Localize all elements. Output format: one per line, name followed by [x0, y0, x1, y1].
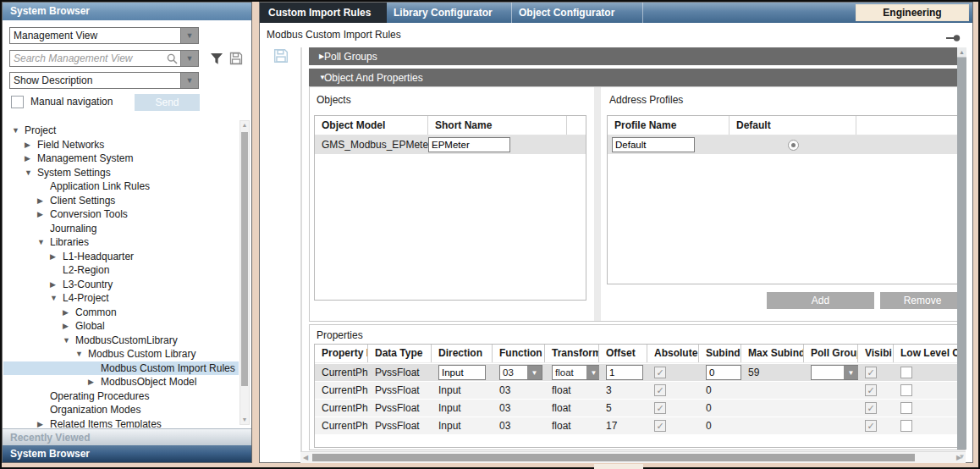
chevron-down-icon[interactable]: ▼ [586, 366, 599, 379]
horizontal-scrollbar[interactable]: ◀ ▶ [300, 451, 966, 463]
tree-scrollbar-thumb[interactable] [241, 132, 248, 386]
column-header-max-subind[interactable]: Max Subind [741, 345, 804, 362]
low-level-comparison-checkbox[interactable] [900, 420, 912, 432]
system-browser-bottom-bar[interactable]: System Browser [3, 445, 251, 462]
absolute-checkbox[interactable]: ✓ [654, 420, 666, 432]
column-header-default[interactable]: Default [729, 116, 856, 135]
tree-expanded-icon[interactable]: ▼ [75, 350, 86, 358]
scroll-down-icon[interactable]: ▼ [240, 416, 249, 424]
transformation-dropdown[interactable]: float▼ [552, 365, 599, 380]
offset-input[interactable] [606, 365, 643, 380]
tree-expanded-icon[interactable]: ▼ [12, 126, 23, 135]
absolute-checkbox[interactable]: ✓ [654, 384, 666, 396]
tree-collapsed-icon[interactable]: ▶ [37, 420, 48, 428]
visible-checkbox[interactable]: ✓ [865, 420, 877, 432]
filter-icon[interactable] [208, 50, 225, 67]
poll-groups-section-header[interactable]: ▶ Poll Groups [309, 47, 966, 65]
column-header-function-c[interactable]: Function C [493, 345, 545, 362]
tree-item-global[interactable]: ▶Global [3, 319, 239, 334]
column-header-transformat[interactable]: Transformat [545, 345, 599, 362]
direction-input[interactable] [438, 365, 486, 380]
tree-item-libraries[interactable]: ▼Libraries [3, 235, 239, 250]
horizontal-scrollbar-thumb[interactable] [312, 454, 915, 461]
tree-item-common[interactable]: ▶Common [3, 306, 239, 320]
tree-item-l1-headquarter[interactable]: ▶L1-Headquarter [3, 250, 239, 264]
chevron-down-icon[interactable]: ▼ [180, 73, 198, 88]
tree-item-journaling[interactable]: Journaling [3, 222, 239, 236]
tree-item-modbuscustomlibrary[interactable]: ▼ModbusCustomLibrary [3, 334, 239, 348]
chevron-down-icon[interactable]: ▼ [844, 366, 858, 379]
properties-table-row[interactable]: CurrentPha:PvssFloatInput03float5✓0✓ [315, 400, 965, 417]
tree-item-field-networks[interactable]: ▶Field Networks [3, 138, 239, 152]
tree-collapsed-icon[interactable]: ▶ [25, 154, 36, 163]
remove-button[interactable]: Remove [880, 292, 965, 309]
add-button[interactable]: Add [767, 292, 874, 309]
properties-table-row[interactable]: CurrentPha:PvssFloat03▼float▼✓59▼✓ [315, 364, 965, 381]
visible-checkbox[interactable]: ✓ [865, 384, 877, 396]
tree-item-operating-procedures[interactable]: Operating Procedures [3, 389, 239, 404]
manual-navigation-checkbox[interactable] [11, 96, 24, 108]
tree-item-modbusobject-model[interactable]: ▶ModbusObject Model [3, 375, 239, 389]
tree-item-l3-country[interactable]: ▶L3-Country [3, 278, 239, 292]
send-button[interactable]: Send [135, 94, 200, 111]
scroll-left-icon[interactable]: ◀ [300, 452, 311, 463]
object-and-properties-section-header[interactable]: ▼ Object And Properties [309, 69, 966, 86]
column-header-absolute[interactable]: Absolute [647, 345, 699, 362]
tree-collapsed-icon[interactable]: ▶ [50, 252, 61, 261]
objects-table-row[interactable]: GMS_Modbus_EPMeter [315, 135, 586, 154]
search-dropdown-chevron-icon[interactable]: ▼ [180, 51, 198, 66]
absolute-checkbox[interactable]: ✓ [654, 402, 666, 414]
column-header-direction[interactable]: Direction [432, 345, 493, 362]
tree-item-project[interactable]: ▼Project [3, 124, 239, 138]
poll-group-dropdown[interactable]: ▼ [811, 365, 858, 380]
column-header-low-level-cor[interactable]: Low Level Cor [894, 345, 966, 362]
scroll-up-icon[interactable]: ▲ [240, 121, 249, 130]
scroll-down-icon[interactable]: ▼ [957, 452, 966, 462]
tree-item-related-items-templates[interactable]: ▶Related Items Templates [3, 417, 239, 428]
engineering-mode-button[interactable]: Engineering [856, 4, 969, 21]
column-header-poll-group[interactable]: Poll Group [804, 345, 858, 362]
tree-item-modbus-custom-import-rules[interactable]: Modbus Custom Import Rules [3, 361, 239, 376]
collapsed-arrow-icon[interactable]: ▶ [309, 52, 324, 60]
expanded-arrow-icon[interactable]: ▼ [309, 74, 324, 81]
pin-icon[interactable] [946, 33, 961, 41]
tree-collapsed-icon[interactable]: ▶ [50, 280, 61, 289]
tree-item-organization-modes[interactable]: Organization Modes [3, 403, 239, 417]
tree-item-conversion-tools[interactable]: ▶Conversion Tools [3, 207, 239, 222]
tree-item-system-settings[interactable]: ▼System Settings [3, 166, 239, 180]
column-header-visibi[interactable]: Visibi [858, 345, 894, 362]
tree-collapsed-icon[interactable]: ▶ [63, 308, 74, 317]
low-level-comparison-checkbox[interactable] [900, 402, 912, 414]
vertical-scrollbar-thumb[interactable] [957, 58, 966, 450]
subindex-input[interactable] [706, 365, 741, 380]
default-profile-radio[interactable] [788, 140, 799, 151]
tree-collapsed-icon[interactable]: ▶ [25, 141, 36, 149]
tree-item-management-system[interactable]: ▶Management System [3, 152, 239, 166]
column-header-subinde[interactable]: Subinde [699, 345, 741, 362]
properties-table-row[interactable]: CurrentPha:PvssFloatInput03float3✓0✓ [315, 382, 965, 399]
low-level-comparison-checkbox[interactable] [900, 384, 912, 396]
short-name-input[interactable] [428, 137, 510, 152]
tree-expanded-icon[interactable]: ▼ [37, 238, 48, 246]
tree-scrollbar[interactable]: ▲ ▼ [239, 120, 250, 425]
tree-expanded-icon[interactable]: ▼ [50, 294, 61, 302]
column-header-object-model[interactable]: Object Model [315, 116, 428, 135]
column-header-data-type[interactable]: Data Type [368, 345, 432, 362]
tab-object-configurator[interactable]: Object Configurator [512, 3, 643, 23]
tree-expanded-icon[interactable]: ▼ [63, 336, 74, 345]
tree-collapsed-icon[interactable]: ▶ [37, 196, 48, 205]
tree-item-l2-region[interactable]: L2-Region [3, 263, 239, 278]
tree-expanded-icon[interactable]: ▼ [25, 168, 36, 177]
scroll-up-icon[interactable]: ▲ [957, 47, 966, 57]
function-code-dropdown[interactable]: 03▼ [499, 365, 542, 380]
column-header-offset[interactable]: Offset [599, 345, 647, 362]
tab-custom-import-rules[interactable]: Custom Import Rules [260, 3, 387, 23]
tree-item-l4-project[interactable]: ▼L4-Project [3, 291, 239, 306]
chevron-down-icon[interactable]: ▼ [180, 28, 198, 43]
window-resize-grip[interactable] [594, 464, 643, 469]
search-icon[interactable] [163, 51, 180, 66]
display-mode-dropdown[interactable]: Show Description ▼ [9, 72, 199, 89]
tree-item-modbus-custom-library[interactable]: ▼Modbus Custom Library [3, 347, 239, 361]
column-header-profile-name[interactable]: Profile Name [608, 116, 729, 135]
tree-collapsed-icon[interactable]: ▶ [63, 322, 74, 330]
